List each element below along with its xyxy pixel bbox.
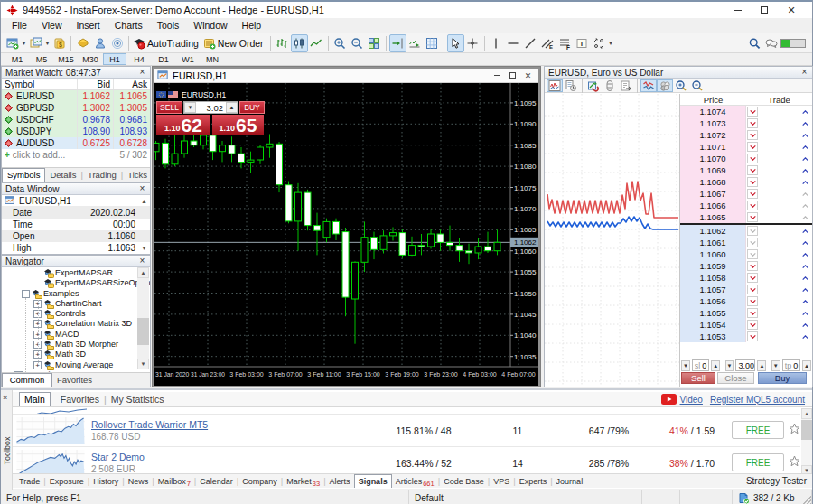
navigator-item-math-3d[interactable]: +Math 3D: [2, 349, 150, 359]
toolbox-tab-my-statistics[interactable]: My Statistics: [107, 393, 169, 406]
ladder-trade-cell[interactable]: [758, 295, 799, 307]
fibonacci-button[interactable]: F: [556, 34, 574, 52]
navigator-item-expertmapsarsizeoptim[interactable]: ExpertMAPSARSizeOptim: [2, 277, 150, 287]
ladder-trade-cell[interactable]: [758, 117, 799, 129]
signal-button[interactable]: [108, 34, 126, 52]
navigator-item-controls[interactable]: +Controls: [2, 308, 150, 318]
dom-order-button[interactable]: [585, 79, 602, 92]
signal-row[interactable]: Rollover Trade Warrior MT5 168.78 USD 11…: [13, 415, 800, 447]
dom-buy-button[interactable]: Buy: [758, 372, 807, 384]
ladder-trade-cell[interactable]: [758, 331, 799, 342]
buy-limit-button[interactable]: [799, 331, 811, 341]
chart-area[interactable]: 1.10951.10901.10851.10801.10751.10701.10…: [154, 83, 538, 386]
chart-close-button[interactable]: ✕: [520, 70, 536, 81]
toolbox-tab-exposure[interactable]: Exposure: [46, 476, 88, 487]
buy-button[interactable]: BUY: [239, 101, 265, 114]
tile-windows-button[interactable]: [366, 34, 383, 52]
buy-limit-button[interactable]: [799, 165, 811, 175]
bars-chart-button[interactable]: [274, 34, 291, 52]
toolbox-scrollbar[interactable]: ▲ ▼: [801, 408, 812, 476]
ladder-trade-cell[interactable]: [758, 237, 799, 248]
wallet-button[interactable]: [74, 34, 91, 52]
new-order-button[interactable]: New Order: [202, 34, 267, 52]
signal-row-partial[interactable]: [13, 408, 800, 415]
take-profit-decrease-button[interactable]: ▼: [771, 360, 780, 371]
new-chart-dropdown[interactable]: ▼: [21, 34, 27, 52]
ladder-trade-cell[interactable]: [758, 225, 799, 237]
ladder-trade-cell[interactable]: [758, 307, 799, 319]
stop-loss-field[interactable]: sl0: [692, 359, 710, 371]
navigator-item-examples[interactable]: −Examples: [2, 288, 150, 298]
buy-limit-button[interactable]: [799, 238, 811, 247]
timeframe-h4[interactable]: H4: [127, 53, 151, 65]
sell-button[interactable]: SELL: [156, 101, 182, 114]
column-symbol[interactable]: Symbol: [2, 79, 78, 89]
scroll-up-icon[interactable]: ▲: [137, 267, 149, 278]
buy-limit-button[interactable]: [799, 177, 811, 187]
sell-limit-button[interactable]: [747, 308, 758, 318]
buy-price-button[interactable]: 1.10 65: [212, 115, 264, 135]
dom-export-button[interactable]: [618, 79, 634, 92]
buy-limit-button[interactable]: [799, 285, 811, 294]
ladder-trade-cell[interactable]: [758, 248, 799, 260]
toolbox-tab-market[interactable]: Market33: [283, 476, 323, 487]
sell-limit-button[interactable]: [747, 154, 758, 163]
market-money-button[interactable]: $: [51, 34, 68, 52]
market-watch-row-audusd[interactable]: AUDUSD 0.6725 0.6728: [2, 137, 150, 149]
sell-limit-button[interactable]: [747, 273, 758, 283]
sell-limit-button[interactable]: [747, 261, 758, 271]
volume-increase-button[interactable]: ▲: [757, 360, 766, 371]
volume-decrease-button[interactable]: ▼: [184, 102, 196, 113]
ladder-trade-cell[interactable]: [758, 284, 799, 295]
sell-limit-button[interactable]: [747, 331, 758, 341]
dom-capsule-button[interactable]: [602, 79, 618, 92]
scroll-down-icon[interactable]: ▼: [141, 245, 147, 251]
sell-limit-button[interactable]: [747, 226, 758, 236]
line-chart-button[interactable]: [308, 34, 325, 52]
chart-grid-button[interactable]: [424, 34, 441, 52]
menu-file[interactable]: File: [5, 19, 34, 32]
scroll-up-icon[interactable]: ▲: [141, 198, 147, 204]
toolbox-tab-main[interactable]: Main: [19, 392, 51, 406]
timeframe-m30[interactable]: M30: [79, 53, 102, 65]
toolbox-tab-favorites[interactable]: Favorites: [56, 393, 104, 406]
zoom-out-button[interactable]: [349, 34, 366, 52]
chart-maximize-button[interactable]: [505, 70, 520, 81]
close-button[interactable]: ✕: [778, 2, 805, 18]
meter-button[interactable]: [780, 34, 807, 52]
arrows-button[interactable]: [591, 34, 608, 52]
scrollbar-thumb[interactable]: [137, 318, 149, 345]
column-bid[interactable]: Bid: [78, 79, 114, 89]
menu-insert[interactable]: Insert: [70, 19, 107, 32]
timeframe-w1[interactable]: W1: [176, 53, 200, 65]
ladder-trade-cell[interactable]: [758, 211, 799, 223]
sell-limit-button[interactable]: [747, 320, 758, 330]
sell-limit-button[interactable]: [747, 189, 758, 199]
sell-limit-button[interactable]: [747, 249, 758, 259]
volume-decrease-button[interactable]: ▼: [725, 360, 734, 371]
market-watch-header[interactable]: Market Watch: 08:47:37 ×: [2, 67, 150, 79]
ladder-trade-cell[interactable]: [758, 319, 799, 331]
dom-depth-button[interactable]: [563, 79, 579, 92]
sell-limit-button[interactable]: [747, 296, 758, 306]
close-icon[interactable]: ×: [138, 257, 146, 266]
cursor-button[interactable]: [447, 34, 464, 52]
dom-close-button[interactable]: Close: [717, 372, 754, 384]
new-chart-button[interactable]: [4, 34, 21, 52]
toolbox-tab-alerts[interactable]: Alerts: [326, 476, 354, 487]
toolbox-tab-code-base[interactable]: Code Base: [440, 476, 488, 487]
timeframe-d1[interactable]: D1: [152, 53, 175, 65]
ladder-trade-cell[interactable]: [758, 272, 799, 284]
scroll-up-icon[interactable]: ▲: [801, 408, 812, 419]
sell-limit-button[interactable]: [747, 130, 758, 140]
market-watch-tab-details[interactable]: Details: [45, 169, 80, 182]
chart-shift-button[interactable]: [389, 34, 406, 52]
navigator-tab-favorites[interactable]: Favorites: [52, 374, 97, 387]
dom-tickchart-button[interactable]: [547, 79, 563, 92]
ladder-trade-cell[interactable]: [758, 153, 799, 164]
take-profit-field[interactable]: tp0: [782, 359, 801, 371]
video-link[interactable]: Video: [680, 395, 703, 405]
text-label-button[interactable]: T: [574, 34, 591, 52]
navigator-item-macd[interactable]: +MACD: [2, 329, 150, 339]
buy-limit-button[interactable]: [799, 201, 811, 210]
